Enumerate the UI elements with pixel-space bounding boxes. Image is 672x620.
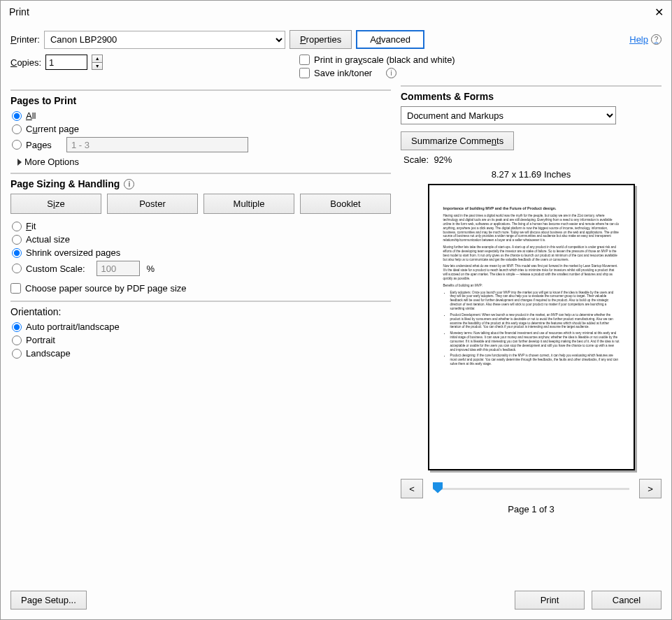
page-indicator: Page 1 of 3 [508, 504, 555, 514]
window-title: Print [9, 6, 29, 17]
orientation-auto-label: Auto portrait/landscape [26, 322, 120, 332]
custom-scale-label: Custom Scale: [26, 264, 85, 274]
percent-label: % [147, 264, 155, 274]
printer-select[interactable]: Canon LBP2900 [44, 31, 285, 49]
more-options-toggle[interactable]: More Options [17, 157, 391, 167]
copies-label: Copies: [10, 57, 41, 68]
properties-button[interactable]: Properties [289, 30, 352, 49]
preview-prev-button[interactable]: < [401, 479, 423, 498]
shrink-radio[interactable] [12, 248, 22, 258]
save-ink-checkbox[interactable] [299, 68, 310, 78]
fit-label: Fit [26, 221, 36, 231]
grayscale-checkbox[interactable] [299, 55, 310, 65]
shrink-label: Shrink oversized pages [26, 247, 120, 258]
preview-next-button[interactable]: > [639, 479, 662, 498]
orientation-title: Orientation: [10, 306, 391, 317]
summarize-comments-button[interactable]: Summarize Comments [401, 131, 514, 150]
pages-current-label: Current page [26, 124, 79, 134]
close-icon[interactable]: ✕ [652, 6, 666, 19]
pages-range-input[interactable] [66, 137, 248, 152]
pages-range-label: Pages [26, 140, 62, 150]
preview-dimensions: 8.27 x 11.69 Inches [492, 169, 571, 180]
size-button[interactable]: Size [10, 194, 101, 214]
sizing-title: Page Sizing & Handling i [10, 178, 391, 189]
pages-range-radio[interactable] [12, 140, 22, 150]
slider-thumb[interactable] [433, 482, 443, 493]
comments-dropdown[interactable]: Document and Markups [401, 106, 616, 124]
spinner-down-icon[interactable]: ▼ [92, 63, 102, 70]
page-preview: Importance of building MVP and the Futur… [428, 184, 635, 470]
grayscale-label: Print in grayscale (black and white) [314, 55, 455, 65]
orientation-portrait-radio[interactable] [12, 336, 22, 345]
fit-radio[interactable] [12, 222, 22, 231]
pages-all-label: All [26, 110, 36, 121]
multiple-button[interactable]: Multiple [203, 194, 294, 214]
copies-input[interactable] [45, 55, 87, 70]
preview-slider[interactable] [433, 488, 629, 490]
preview-scale: Scale: 92% [403, 154, 452, 165]
choose-paper-label: Choose paper source by PDF page size [25, 283, 187, 294]
cancel-button[interactable]: Cancel [592, 591, 662, 610]
pages-all-radio[interactable] [12, 111, 22, 121]
advanced-button[interactable]: Advanced [356, 30, 424, 49]
print-button[interactable]: Print [515, 591, 585, 610]
comments-title: Comments & Forms [401, 85, 662, 102]
poster-button[interactable]: Poster [107, 194, 198, 214]
help-icon: ? [651, 34, 662, 45]
actual-size-radio[interactable] [12, 235, 22, 245]
spinner-up-icon[interactable]: ▲ [92, 55, 102, 63]
save-ink-label: Save ink/toner [314, 68, 372, 78]
chevron-right-icon [17, 159, 22, 166]
more-options-label: More Options [24, 157, 79, 167]
pages-current-radio[interactable] [12, 124, 22, 134]
page-setup-button[interactable]: Page Setup... [10, 591, 87, 610]
orientation-portrait-label: Portrait [26, 335, 55, 345]
info-icon[interactable]: i [386, 68, 396, 78]
custom-scale-input[interactable] [96, 261, 140, 276]
orientation-landscape-radio[interactable] [12, 349, 22, 359]
info-icon[interactable]: i [124, 179, 134, 189]
help-link[interactable]: Help ? [629, 34, 662, 45]
actual-size-label: Actual size [26, 234, 70, 245]
copies-spinner[interactable]: ▲ ▼ [92, 55, 103, 70]
orientation-auto-radio[interactable] [12, 322, 22, 332]
booklet-button[interactable]: Booklet [300, 194, 391, 214]
custom-scale-radio[interactable] [12, 264, 22, 273]
choose-paper-checkbox[interactable] [10, 283, 21, 294]
printer-label: Printer: [10, 34, 40, 45]
pages-to-print-title: Pages to Print [10, 95, 391, 106]
orientation-landscape-label: Landscape [26, 348, 71, 359]
